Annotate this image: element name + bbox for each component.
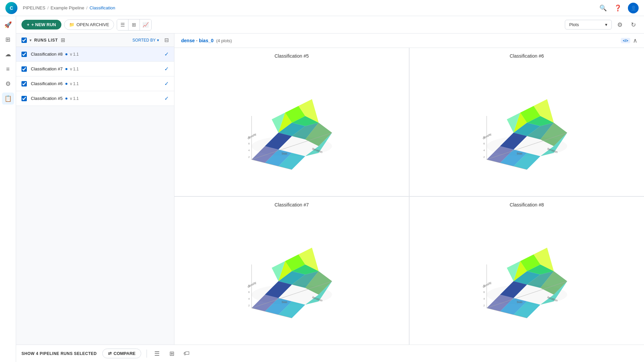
svg-text:4: 4	[483, 297, 485, 300]
run-checkbox-8[interactable]	[21, 52, 27, 57]
run-checkbox-7[interactable]	[21, 66, 27, 72]
chart-view-button[interactable]: 📈	[140, 19, 151, 30]
svg-text:8: 8	[248, 284, 250, 287]
breadcrumb-sep2: /	[86, 5, 88, 10]
nav-icon-pipeline[interactable]: 🚀	[2, 19, 14, 31]
new-run-icon: +	[27, 22, 30, 27]
run-checkbox-5[interactable]	[21, 96, 27, 101]
compare-label: COMPARE	[114, 351, 136, 356]
run-name-5: Classification #5	[31, 96, 63, 101]
runs-expand-icon[interactable]: ▾	[30, 38, 32, 43]
bottom-tag-icon[interactable]: 🏷	[182, 349, 191, 358]
sorted-by-label: SORTED BY	[132, 38, 156, 43]
open-archive-button[interactable]: 📁 OPEN ARCHIVE	[64, 19, 114, 30]
nav-icon-dashboard[interactable]: ⊞	[2, 34, 14, 46]
nav-icon-puzzle[interactable]: ⚙	[2, 78, 14, 90]
svg-text:bias: bias	[282, 300, 287, 304]
refresh-icon[interactable]: ↻	[628, 19, 639, 30]
panel-area: ▾ RUNS LIST ⊞ SORTED BY ▾ ⊟ Classificati…	[16, 34, 644, 345]
grid-view-button[interactable]: ⊞	[128, 19, 140, 30]
plot-svg-7: density bias iteration 2 4 6 8	[238, 210, 345, 340]
plots-dropdown-label: Plots	[569, 22, 579, 27]
toolbar-right: Plots ▾ ⚙ ↻	[565, 19, 639, 30]
show-selected-text: SHOW 4 PIPELINE RUNS SELECTED	[21, 351, 97, 356]
run-checkmark-7: ✓	[164, 66, 169, 72]
runs-header: ▾ RUNS LIST ⊞ SORTED BY ▾ ⊟	[16, 34, 174, 47]
bias-name: bias_0	[199, 38, 214, 43]
main-layout: 🚀 ⊞ ☁ ≡ ⚙ 📋 + + NEW RUN 📁 OPEN ARCHIVE ☰…	[0, 16, 644, 362]
plot-title-5: Classification #5	[275, 53, 309, 59]
nav-icon-cloud[interactable]: ☁	[2, 48, 14, 60]
bottom-grid-icon[interactable]: ⊞	[167, 349, 176, 358]
bottom-bar: SHOW 4 PIPELINE RUNS SELECTED ⇄ COMPARE …	[16, 345, 644, 362]
content-area: + + NEW RUN 📁 OPEN ARCHIVE ☰ ⊞ 📈 Plots ▾…	[16, 16, 644, 362]
svg-text:8: 8	[483, 135, 485, 138]
runs-list-title: RUNS LIST	[34, 38, 58, 43]
view-toggle: ☰ ⊞ 📈	[117, 19, 152, 31]
top-header: C PIPELINES / Example Pipeline / Classif…	[0, 0, 644, 16]
svg-text:6: 6	[483, 291, 485, 294]
run-item[interactable]: Classification #6 v 1.1 ✓	[16, 76, 174, 91]
plot-svg-6: density bias iteration 2 4 6 8	[473, 61, 581, 191]
app-logo[interactable]: C	[5, 2, 17, 14]
plots-count: (4 plots)	[216, 38, 232, 43]
compare-button[interactable]: ⇄ COMPARE	[102, 349, 141, 358]
new-run-button[interactable]: + + NEW RUN	[21, 20, 61, 29]
dropdown-arrow-icon: ▾	[605, 22, 607, 27]
bottom-list-icon[interactable]: ☰	[152, 349, 162, 358]
run-version-7: v 1.1	[70, 67, 79, 71]
svg-text:6: 6	[483, 142, 485, 145]
runs-settings-icon[interactable]: ⊞	[61, 37, 65, 43]
sorted-by-arrow: ▾	[157, 38, 159, 43]
nav-icon-runs[interactable]: 📋	[2, 93, 14, 105]
run-version-5: v 1.1	[70, 96, 79, 101]
run-dot-7	[65, 68, 67, 70]
svg-text:8: 8	[248, 135, 250, 138]
nav-icon-layers[interactable]: ≡	[2, 63, 14, 75]
run-checkmark-5: ✓	[164, 95, 169, 102]
collapse-button[interactable]: ∧	[633, 37, 637, 44]
sorted-by-button[interactable]: SORTED BY ▾	[132, 38, 159, 43]
compare-icon: ⇄	[108, 351, 112, 356]
avatar[interactable]: 👤	[628, 3, 639, 13]
plots-dropdown[interactable]: Plots ▾	[565, 20, 612, 29]
run-name-6: Classification #6	[31, 81, 63, 86]
header-actions: 🔍 ❓ 👤	[598, 3, 639, 13]
plot-svg-5: density bias iteration 2 4	[238, 61, 345, 191]
run-dot-8	[65, 53, 67, 55]
plot-surface-8: density bias iteration 2 4 6 8	[482, 248, 567, 318]
help-icon[interactable]: ❓	[613, 3, 623, 13]
runs-panel: ▾ RUNS LIST ⊞ SORTED BY ▾ ⊟ Classificati…	[16, 34, 174, 345]
svg-text:bias: bias	[282, 152, 287, 155]
run-checkmark-8: ✓	[164, 51, 169, 57]
plot-cell-6: Classification #6	[410, 48, 644, 196]
run-checkbox-6[interactable]	[21, 81, 27, 86]
breadcrumb: PIPELINES / Example Pipeline / Classific…	[23, 5, 115, 10]
plot-title-6: Classification #6	[510, 53, 544, 59]
breadcrumb-pipeline[interactable]: Example Pipeline	[51, 5, 84, 10]
list-view-button[interactable]: ☰	[117, 19, 128, 30]
plot-surface-6: density bias iteration 2 4 6 8	[482, 99, 567, 170]
plots-area: dense - bias_0 (4 plots) </> ∧ Classific…	[174, 34, 644, 345]
svg-text:4: 4	[248, 149, 250, 152]
search-icon[interactable]: 🔍	[598, 3, 608, 13]
breadcrumb-pipelines[interactable]: PIPELINES	[23, 5, 45, 10]
plot-chart-8: density bias iteration 2 4 6 8	[473, 228, 581, 321]
code-badge[interactable]: </>	[621, 38, 630, 43]
svg-text:bias: bias	[517, 152, 523, 155]
filter-icon[interactable]: ⊟	[164, 37, 169, 43]
run-item[interactable]: Classification #8 v 1.1 ✓	[16, 47, 174, 62]
svg-text:2: 2	[248, 304, 250, 307]
breadcrumb-sep1: /	[47, 5, 49, 10]
runs-select-all-checkbox[interactable]	[21, 38, 27, 43]
bottom-divider	[147, 350, 147, 358]
svg-text:6: 6	[248, 291, 250, 294]
settings-icon[interactable]: ⚙	[614, 19, 625, 30]
plot-cell-8: Classification #8	[410, 197, 644, 345]
toolbar: + + NEW RUN 📁 OPEN ARCHIVE ☰ ⊞ 📈 Plots ▾…	[16, 16, 644, 34]
run-item[interactable]: Classification #7 v 1.1 ✓	[16, 62, 174, 76]
plot-svg-8: density bias iteration 2 4 6 8	[473, 210, 581, 340]
run-item[interactable]: Classification #5 v 1.1 ✓	[16, 91, 174, 106]
new-run-label: + NEW RUN	[32, 22, 56, 27]
svg-text:4: 4	[248, 297, 250, 300]
